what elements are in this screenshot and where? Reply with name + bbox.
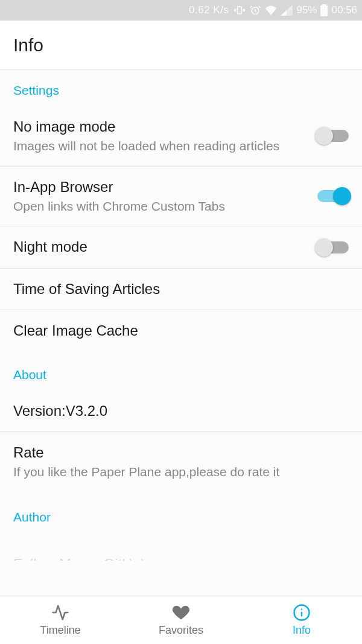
- bottom-nav: Timeline Favorites Info: [0, 596, 362, 644]
- battery-percent: 95%: [296, 4, 317, 16]
- setting-title: Time of Saving Articles: [13, 279, 349, 299]
- setting-in-app-browser[interactable]: In-App Browser Open links with Chrome Cu…: [0, 167, 362, 227]
- signal-icon: x: [281, 5, 293, 16]
- switch-no-image[interactable]: [317, 130, 349, 142]
- setting-night-mode[interactable]: Night mode: [0, 226, 362, 268]
- switch-in-app-browser[interactable]: [317, 190, 349, 202]
- setting-clear-image-cache[interactable]: Clear Image Cache: [0, 310, 362, 351]
- svg-rect-3: [320, 5, 328, 16]
- setting-title: Night mode: [13, 237, 308, 257]
- nav-label: Info: [293, 624, 311, 637]
- nav-info[interactable]: Info: [241, 596, 362, 644]
- svg-point-7: [301, 608, 303, 610]
- about-version[interactable]: Version:V3.2.0: [0, 391, 362, 432]
- vibrate-icon: [233, 4, 246, 16]
- nav-favorites[interactable]: Favorites: [121, 596, 241, 644]
- author-follow-item[interactable]: Follow Me on GitHub: [0, 543, 362, 561]
- setting-no-image-mode[interactable]: No image mode Images will not be loaded …: [0, 106, 362, 167]
- status-bar: 0.62 K/s x 95% 00:56: [0, 0, 362, 21]
- clock-time: 00:56: [331, 4, 357, 16]
- section-header-about: About: [0, 352, 362, 391]
- svg-rect-0: [238, 7, 242, 14]
- nav-timeline[interactable]: Timeline: [0, 596, 121, 644]
- content-scroll[interactable]: Settings No image mode Images will not b…: [0, 70, 362, 596]
- battery-icon: [320, 4, 328, 16]
- section-header-settings: Settings: [0, 70, 362, 106]
- info-icon: [293, 604, 311, 622]
- setting-title: Clear Image Cache: [13, 321, 349, 340]
- wifi-icon: [265, 5, 277, 16]
- network-speed: 0.62 K/s: [189, 4, 229, 16]
- alarm-icon: [249, 4, 261, 16]
- setting-time-saving-articles[interactable]: Time of Saving Articles: [0, 269, 362, 310]
- setting-title: In-App Browser: [13, 177, 308, 197]
- setting-title: No image mode: [13, 117, 308, 136]
- setting-subtitle: Open links with Chrome Custom Tabs: [13, 198, 308, 215]
- setting-subtitle: Images will not be loaded when reading a…: [13, 138, 308, 155]
- page-title: Info: [13, 35, 43, 56]
- rate-title: Rate: [13, 443, 349, 462]
- switch-night-mode[interactable]: [317, 241, 349, 253]
- nav-label: Timeline: [40, 624, 80, 637]
- heart-icon: [172, 604, 190, 622]
- about-rate[interactable]: Rate If you like the Paper Plane app,ple…: [0, 432, 362, 492]
- svg-text:x: x: [289, 5, 292, 11]
- app-header: Info: [0, 21, 362, 70]
- nav-label: Favorites: [159, 624, 203, 637]
- activity-icon: [51, 604, 69, 622]
- rate-subtitle: If you like the Paper Plane app,please d…: [13, 464, 349, 480]
- section-header-author: Author: [0, 492, 362, 543]
- version-text: Version:V3.2.0: [13, 401, 349, 421]
- svg-rect-4: [322, 4, 326, 5]
